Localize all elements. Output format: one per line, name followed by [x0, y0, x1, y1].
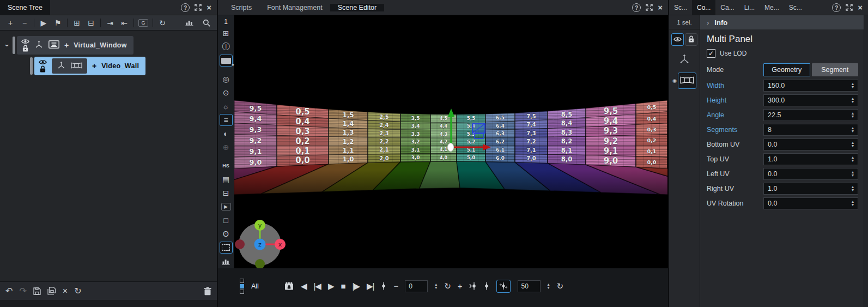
hs-icon[interactable]: HS [220, 160, 233, 172]
jump-end-button[interactable]: ▶| [367, 281, 374, 291]
extent-icon[interactable]: ⊟ [220, 187, 233, 199]
property-value-input[interactable]: 300.0▴▾ [763, 94, 858, 106]
move-in-icon[interactable]: ⇥ [104, 17, 116, 29]
step-forward-button[interactable]: |▶ [353, 281, 360, 291]
help-icon[interactable]: ? [832, 3, 841, 12]
scene-tree-tab[interactable]: Scene Tree [0, 0, 50, 15]
tree-node-virtual-window[interactable]: + Virtual_Window [17, 36, 133, 55]
value-spinner[interactable]: ▴▾ [852, 185, 854, 192]
properties-tab-1[interactable]: Co... [692, 0, 715, 15]
play-button[interactable]: ▶ [328, 281, 334, 291]
info-section-header[interactable]: › Info [700, 15, 864, 29]
play-region-icon[interactable]: ▶ [220, 201, 233, 213]
property-value-input[interactable]: 8▴▾ [763, 124, 858, 136]
move-out-icon[interactable]: ⇤ [118, 17, 130, 29]
eye-toggle[interactable] [671, 33, 684, 46]
redo-icon[interactable]: ↷ [19, 286, 26, 296]
play-backward-button[interactable]: ◀ [301, 281, 307, 291]
mode-option-geometry[interactable]: Geometry [763, 63, 810, 76]
property-value-input[interactable]: 0.0▴▾ [763, 139, 858, 151]
expand-icon[interactable] [646, 4, 653, 11]
close-icon[interactable]: × [658, 3, 663, 11]
search-icon[interactable] [201, 17, 213, 29]
properties-tab-2[interactable]: Ca... [715, 0, 739, 15]
tab-scene-editor[interactable]: Scene Editor [330, 4, 385, 11]
tree-row[interactable]: › + Virtual_Window [3, 35, 217, 56]
camera-view-icon[interactable]: ⊙ [220, 87, 233, 99]
flag-node-icon[interactable]: ⚑ [52, 17, 64, 29]
prev-key-button[interactable] [381, 282, 386, 290]
chevron-right-icon[interactable]: › [707, 19, 709, 27]
decrement-button[interactable]: − [393, 281, 398, 291]
property-value-input[interactable]: 150.0▴▾ [763, 80, 858, 92]
speed-spinner[interactable]: ▴▾ [548, 283, 550, 290]
value-spinner[interactable]: ▴▾ [852, 141, 854, 148]
property-value-input[interactable]: 22.5▴▾ [763, 109, 858, 121]
lock-toggle[interactable] [685, 33, 697, 46]
trash-icon[interactable] [204, 287, 211, 296]
jump-start-button[interactable]: |◀ [313, 281, 320, 291]
value-spinner[interactable]: ▴▾ [852, 156, 854, 162]
group-icon[interactable]: G [137, 17, 149, 29]
expand-tree-icon[interactable]: ⊞ [71, 17, 83, 29]
use-lod-checkbox[interactable]: ✓ [707, 49, 715, 58]
close-icon[interactable]: × [207, 3, 211, 11]
refresh-icon[interactable]: ↻ [156, 17, 168, 29]
add-node-icon[interactable]: + [4, 17, 16, 29]
property-value-input[interactable]: 1.0▴▾ [763, 183, 858, 195]
node-expand-plus[interactable]: + [64, 41, 69, 50]
tab-scripts[interactable]: Scripts [223, 4, 259, 11]
increment-button[interactable]: + [458, 281, 462, 291]
undo-icon[interactable]: ↶ [5, 286, 13, 296]
auto-key-button[interactable] [496, 280, 511, 293]
save-icon[interactable] [33, 287, 41, 295]
frame-spinner[interactable]: ▴▾ [435, 283, 437, 290]
multipanel-icon-button[interactable] [678, 73, 696, 89]
lock-icon[interactable] [22, 45, 28, 52]
speed-loop-button[interactable]: ↻ [557, 281, 563, 291]
tree-row[interactable]: + Video_Wall [3, 56, 217, 76]
properties-tab-0[interactable]: Sc... [669, 0, 692, 15]
clear-icon[interactable]: × [63, 286, 68, 296]
mode-option-segment[interactable]: Segment [812, 63, 859, 76]
move-gizmo-icon[interactable]: ⊕ [220, 141, 233, 153]
property-value-input[interactable]: 0.0▴▾ [763, 197, 858, 209]
tree-node-video-wall[interactable]: + Video_Wall [34, 57, 145, 75]
next-key-button[interactable] [469, 282, 477, 290]
collapse-tree-icon[interactable]: ⊟ [85, 17, 97, 29]
node-expand-plus[interactable]: + [92, 62, 96, 70]
selection-box-button[interactable] [220, 242, 233, 254]
reload-icon[interactable]: ↻ [74, 286, 81, 296]
expand-icon[interactable] [195, 4, 202, 11]
gizmo-options-button[interactable]: ≡ [220, 114, 233, 126]
value-spinner[interactable]: ▴▾ [852, 97, 854, 104]
save-all-icon[interactable] [47, 287, 56, 295]
value-spinner[interactable]: ▴▾ [852, 171, 854, 177]
render-camera-icon[interactable]: ◎ [220, 73, 233, 85]
scrollbar-gutter[interactable] [864, 15, 868, 307]
mid-key-button[interactable] [484, 282, 489, 290]
shading-mode-button[interactable] [220, 55, 233, 67]
help-icon[interactable]: ? [181, 3, 190, 12]
performance-icon[interactable] [183, 17, 195, 29]
value-spinner[interactable]: ▴▾ [852, 82, 854, 89]
bulb-icon[interactable]: ʘ [220, 228, 233, 240]
layer-all-label[interactable]: All [251, 282, 259, 290]
node-handle[interactable] [13, 37, 15, 54]
properties-tab-4[interactable]: Me... [760, 0, 784, 15]
tab-font-management[interactable]: Font Management [259, 4, 330, 11]
play-node-icon[interactable]: ▶ [38, 17, 50, 29]
bounds-icon[interactable]: ▤ [220, 173, 233, 185]
light-view-icon[interactable]: ☼ [220, 100, 233, 112]
property-value-input[interactable]: 1.0▴▾ [763, 153, 858, 165]
stats-icon[interactable] [220, 255, 233, 267]
stop-button[interactable]: ■ [341, 281, 345, 291]
frame-loop-button[interactable]: ↻ [444, 281, 451, 291]
frame-input[interactable]: 0 [405, 280, 428, 292]
help-icon[interactable]: ? [632, 3, 641, 12]
value-spinner[interactable]: ▴▾ [852, 112, 854, 118]
value-spinner[interactable]: ▴▾ [852, 127, 854, 133]
property-value-input[interactable]: 0.0▴▾ [763, 168, 858, 180]
eye-icon[interactable] [39, 59, 47, 65]
speed-input[interactable]: 50 [518, 280, 541, 292]
